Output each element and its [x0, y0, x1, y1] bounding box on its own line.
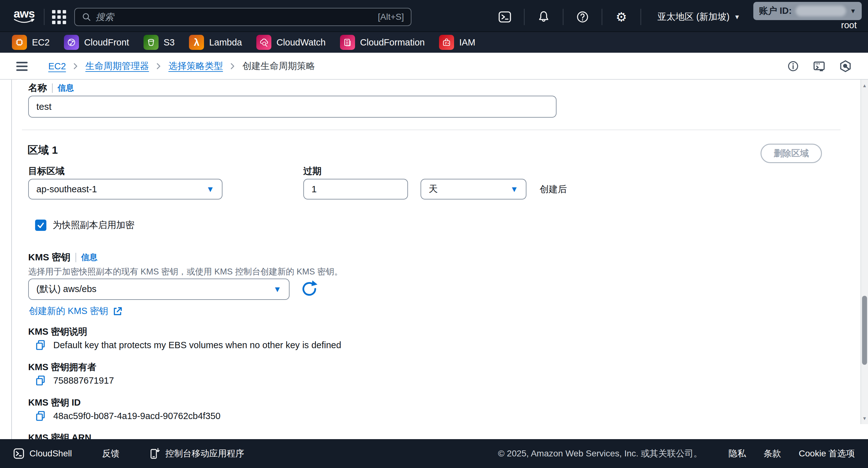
chevron-down-icon: ▼ — [734, 13, 740, 21]
kms-desc-label: KMS 密钥说明 — [28, 326, 87, 338]
create-kms-key-link[interactable]: 创建新的 KMS 密钥 — [29, 305, 123, 317]
scrollbar-thumb[interactable] — [862, 296, 867, 365]
label-separator — [52, 83, 53, 93]
footer-mobile-app-label: 控制台移动应用程序 — [165, 448, 244, 460]
refresh-kms-keys-button[interactable] — [300, 279, 319, 299]
kms-owner-label: KMS 密钥拥有者 — [28, 361, 96, 374]
account-user-label: root — [841, 20, 857, 30]
dropdown-caret-icon: ▼ — [510, 184, 518, 194]
account-id-redacted — [796, 6, 846, 16]
copy-icon[interactable] — [35, 410, 46, 421]
search-input[interactable] — [96, 12, 374, 22]
breadcrumb-link-select-policy-type[interactable]: 选择策略类型 — [168, 60, 223, 72]
copy-icon[interactable] — [35, 340, 46, 351]
breadcrumb-link-lifecycle-manager[interactable]: 生命周期管理器 — [85, 60, 149, 72]
policy-name-input[interactable] — [28, 96, 557, 118]
search-shortcut-hint: [Alt+S] — [378, 12, 404, 22]
info-panel-icon[interactable] — [787, 60, 799, 72]
favorite-cloudformation[interactable]: CloudFormation — [340, 35, 425, 50]
dropdown-caret-icon: ▼ — [206, 184, 214, 194]
expire-unit-select[interactable]: 天 ▼ — [421, 179, 526, 200]
region-section-title: 区域 1 — [28, 143, 58, 157]
aws-logo[interactable]: aws — [12, 9, 36, 25]
footer-cookie-preferences-link[interactable]: Cookie 首选项 — [799, 448, 855, 460]
favorite-iam[interactable]: IAM — [439, 35, 475, 50]
footer-mobile-app-link[interactable]: 控制台移动应用程序 — [150, 448, 244, 460]
expire-label: 过期 — [303, 165, 321, 178]
favorite-label: IAM — [459, 37, 475, 48]
aws-logo-text: aws — [12, 9, 36, 19]
help-button[interactable] — [571, 10, 594, 24]
favorite-cloudwatch[interactable]: CloudWatch — [256, 35, 326, 50]
breadcrumb-link-ec2[interactable]: EC2 — [48, 61, 66, 71]
copy-icon[interactable] — [35, 375, 46, 386]
kms-id-row: 48ac59f0-b087-4a19-9acd-90762cb4f350 — [35, 410, 221, 421]
breadcrumb-bar: EC2 生命周期管理器 选择策略类型 创建生命周期策略 — [0, 53, 868, 80]
chevron-right-icon — [230, 62, 235, 70]
console-footer: CloudShell 反馈 控制台移动应用程序 © 2025, Amazon W… — [0, 439, 868, 468]
footer-feedback-label: 反馈 — [102, 448, 119, 460]
kms-owner-row: 758887671917 — [35, 375, 114, 386]
cloudwatch-icon — [256, 35, 271, 50]
delete-region-button[interactable]: 删除区域 — [761, 144, 822, 163]
ec2-icon — [12, 35, 27, 50]
favorite-s3[interactable]: S3 — [144, 35, 175, 50]
topbar-divider — [602, 9, 602, 25]
cloudshell-panel-icon[interactable] — [813, 60, 826, 72]
check-icon — [36, 221, 45, 230]
settings-button[interactable]: ⚙ — [610, 11, 633, 23]
kms-key-value: (默认) aws/ebs — [36, 283, 96, 295]
name-field-header: 名称 信息 — [28, 82, 74, 94]
refresh-icon — [300, 279, 319, 299]
aws-top-bar: aws [Alt+S] — [0, 0, 868, 31]
footer-feedback-link[interactable]: 反馈 — [102, 448, 119, 460]
cloudshell-icon — [13, 448, 25, 459]
amazon-q-icon[interactable] — [839, 60, 852, 72]
encrypt-checkbox-row: 为快照副本启用加密 — [35, 219, 134, 232]
kms-key-select[interactable]: (默认) aws/ebs ▼ — [28, 279, 289, 300]
favorite-ec2[interactable]: EC2 — [12, 35, 50, 50]
notifications-button[interactable] — [532, 10, 555, 24]
chevron-right-icon — [73, 62, 78, 70]
vertical-scrollbar[interactable]: ▲ ▼ — [861, 80, 868, 424]
terminal-icon — [498, 10, 512, 24]
kms-owner-value: 758887671917 — [53, 376, 114, 386]
cloudshell-topbar-button[interactable] — [493, 10, 517, 24]
create-lifecycle-policy-form: 名称 信息 区域 1 删除区域 目标区域 ap-southeast-1 ▼ 过期… — [0, 80, 861, 439]
global-search[interactable]: [Alt+S] — [74, 8, 411, 26]
topbar-divider — [641, 9, 641, 25]
gear-icon: ⚙ — [616, 11, 627, 23]
account-menu[interactable]: 账户 ID: ▼ — [753, 2, 862, 20]
search-icon — [82, 12, 91, 22]
topbar-right-group: ⚙ 亚太地区 (新加坡) ▼ — [493, 9, 740, 25]
cloudfront-icon — [64, 35, 79, 50]
favorite-lambda[interactable]: λ Lambda — [189, 35, 242, 50]
favorite-label: Lambda — [209, 37, 242, 48]
kms-info-link[interactable]: 信息 — [81, 252, 97, 263]
favorite-label: S3 — [163, 37, 175, 48]
region-selector[interactable]: 亚太地区 (新加坡) ▼ — [657, 11, 740, 23]
target-region-select[interactable]: ap-southeast-1 ▼ — [28, 179, 222, 200]
name-info-link[interactable]: 信息 — [58, 83, 74, 93]
footer-cloudshell-button[interactable]: CloudShell — [13, 448, 72, 459]
footer-privacy-link[interactable]: 隐私 — [728, 448, 746, 460]
chevron-down-icon: ▼ — [850, 7, 856, 15]
s3-icon — [144, 35, 159, 50]
side-nav-toggle[interactable] — [16, 62, 28, 71]
scroll-up-icon[interactable]: ▲ — [861, 83, 868, 88]
favorite-cloudfront[interactable]: CloudFront — [64, 35, 129, 50]
scroll-down-icon[interactable]: ▼ — [861, 416, 868, 421]
kms-description: 选择用于加密快照副本的现有 KMS 密钥，或使用 KMS 控制台创建新的 KMS… — [28, 266, 343, 277]
encrypt-checkbox[interactable] — [35, 220, 46, 231]
label-separator — [75, 253, 76, 262]
encrypt-checkbox-label: 为快照副本启用加密 — [53, 219, 134, 232]
kms-id-value: 48ac59f0-b087-4a19-9acd-90762cb4f350 — [53, 411, 221, 421]
expire-unit-value: 天 — [429, 183, 438, 196]
favorites-bar: EC2 CloudFront S3 λ Lambda — [0, 31, 868, 53]
after-create-label: 创建后 — [539, 183, 567, 196]
expire-value-input[interactable] — [303, 179, 408, 200]
footer-terms-link[interactable]: 条款 — [764, 448, 781, 460]
services-grid-icon[interactable] — [52, 10, 66, 24]
footer-right-group: © 2025, Amazon Web Services, Inc. 或其关联公司… — [498, 448, 855, 460]
cloudformation-icon — [340, 35, 355, 50]
